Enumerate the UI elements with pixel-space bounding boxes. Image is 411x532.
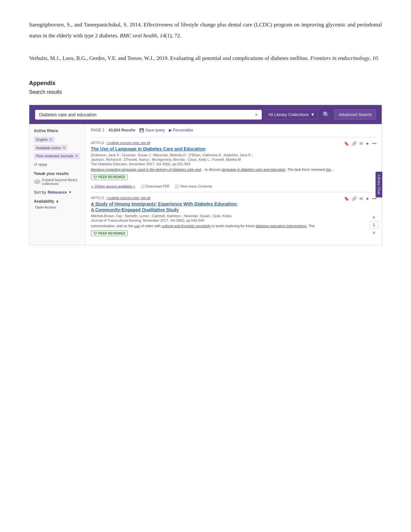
result-item-2: ARTICLE / multiple sources exist, see al… bbox=[91, 192, 377, 241]
peer-reviewed-label: PEER REVIEWED bbox=[98, 175, 125, 179]
result-2-actions: 🔖 🔗 ✉ ★ ••• bbox=[344, 196, 377, 201]
availability-section: Availability ∧ Open Access bbox=[34, 199, 81, 209]
result-1-authors-2: Jackson, Richard A ; D'honelt, Nancy ; M… bbox=[91, 158, 377, 161]
result-1-snippet: literature regarding language used in th… bbox=[91, 167, 377, 172]
citation-2-text: Verhulst, M.J., Loos, B.G., Gerdes, V.E.… bbox=[29, 53, 382, 64]
filter-available-online-remove-icon[interactable]: ✕ bbox=[63, 146, 65, 150]
result-1-links: ✓ Online access available > ⬜ Download P… bbox=[91, 183, 377, 189]
reset-filters-button[interactable]: ↺ reset bbox=[34, 162, 81, 167]
result-item-1: ARTICLE / multiple sources exist, see al… bbox=[91, 137, 377, 192]
filter-peer-reviewed[interactable]: Peer-reviewed Journals ✕ bbox=[34, 153, 80, 159]
reset-icon: ↺ bbox=[34, 162, 37, 167]
result-2-email-icon[interactable]: ✉ bbox=[359, 196, 363, 201]
result-2-meta: ARTICLE / multiple sources exist, see al… bbox=[91, 196, 377, 200]
search-header: × All Library Collections ▼ 🔍 Advanced S… bbox=[29, 105, 382, 124]
result-2-peer-reviewed-badge: 🛡 PEER REVIEWED bbox=[91, 230, 377, 238]
page-up-arrow-icon[interactable]: ∧ bbox=[372, 215, 376, 220]
online-access-link[interactable]: ✓ Online access available > bbox=[91, 184, 135, 188]
expand-toggle-switch[interactable] bbox=[34, 179, 41, 184]
result-2-sources[interactable]: / multiple sources exist, see all bbox=[106, 196, 150, 200]
page-down-arrow-icon[interactable]: ∨ bbox=[372, 230, 376, 235]
collections-dropdown[interactable]: All Library Collections ▼ bbox=[265, 110, 318, 120]
result-1-sources[interactable]: / multiple sources exist, see all bbox=[106, 141, 150, 145]
page-label: PAGE 1 bbox=[91, 128, 104, 132]
download-pdf-button[interactable]: ⬜ Download PDF bbox=[141, 184, 170, 189]
filter-english[interactable]: English ✕ bbox=[34, 137, 54, 143]
sort-by-chevron-icon: ▼ bbox=[68, 190, 72, 194]
result-1-snippet-text: literature regarding language used in th… bbox=[91, 168, 334, 171]
result-2-title[interactable]: A Study of Hmong Immigrants' Experience … bbox=[91, 201, 348, 213]
result-2-star-icon[interactable]: ★ bbox=[366, 196, 369, 201]
appendix-section: Appendix Search results × All Library Co… bbox=[29, 80, 382, 245]
result-1-title[interactable]: The Use of Language in Diabetes Care and… bbox=[91, 146, 348, 152]
email-icon[interactable]: ✉ bbox=[359, 141, 363, 146]
bookmark-icon[interactable]: 🔖 bbox=[344, 141, 349, 146]
view-issue-icon: ⬜ bbox=[174, 184, 179, 189]
results-pane: PAGE 1 43,824 Results 💾 Save query ▶ Per… bbox=[86, 124, 382, 245]
collections-dropdown-arrow-icon: ▼ bbox=[311, 112, 315, 117]
result-1-meta: ARTICLE / multiple sources exist, see al… bbox=[91, 141, 377, 145]
more-icon[interactable]: ••• bbox=[372, 141, 377, 146]
advanced-search-button[interactable]: Advanced Search bbox=[334, 110, 376, 120]
sort-by-label: Sort by bbox=[34, 190, 46, 195]
page-number: 1 bbox=[373, 223, 375, 227]
appendix-title: Appendix bbox=[29, 80, 382, 87]
availability-label-text: Availability bbox=[34, 199, 54, 204]
library-chat-tab[interactable]: Library Chat bbox=[376, 171, 382, 197]
search-input[interactable] bbox=[39, 112, 252, 117]
filter-english-label: English bbox=[36, 138, 48, 141]
tweak-label: Tweak your results bbox=[34, 171, 81, 176]
filter-available-online-label: Available online bbox=[36, 146, 61, 150]
view-issue-link[interactable]: ⬜ View Issue Contents bbox=[174, 184, 212, 189]
result-2-shield-icon: 🛡 bbox=[93, 231, 97, 235]
result-1-authors: Dickinson, Jane K ; Guzman, Susan J ; Ma… bbox=[91, 153, 377, 157]
save-query-button[interactable]: 💾 Save query bbox=[139, 128, 165, 132]
filter-peer-reviewed-remove-icon[interactable]: ✕ bbox=[75, 154, 78, 158]
result-1-type: ARTICLE bbox=[91, 141, 104, 145]
page-content: Saengtipbovorn, S., and Taneepanichskul,… bbox=[0, 0, 411, 258]
save-icon: 💾 bbox=[139, 128, 144, 132]
filter-english-remove-icon[interactable]: ✕ bbox=[49, 138, 52, 142]
search-box-close-icon[interactable]: × bbox=[255, 112, 258, 117]
availability-toggle[interactable]: Availability ∧ bbox=[34, 199, 81, 204]
result-1-journal: The Diabetes Educator, December 2017, Vo… bbox=[91, 162, 377, 166]
expand-beyond-toggle[interactable]: Expand beyond library collections bbox=[34, 178, 81, 186]
search-body: Active filters English ✕ Available onlin… bbox=[29, 124, 382, 245]
results-count: 43,824 Results bbox=[108, 128, 135, 132]
search-results-label: Search results bbox=[29, 89, 382, 95]
search-box[interactable]: × bbox=[35, 110, 262, 120]
results-toolbar: PAGE 1 43,824 Results 💾 Save query ▶ Per… bbox=[91, 128, 377, 132]
sort-by-dropdown[interactable]: Sort by Relevance ▼ bbox=[34, 190, 81, 195]
reset-label: reset bbox=[38, 162, 47, 167]
filter-peer-reviewed-label: Peer-reviewed Journals bbox=[36, 154, 73, 158]
shield-icon: 🛡 bbox=[93, 175, 97, 179]
availability-chevron-icon: ∧ bbox=[56, 199, 59, 204]
search-magnifier-icon: 🔍 bbox=[323, 111, 330, 118]
save-query-label: Save query bbox=[145, 128, 165, 132]
result-2-link-icon[interactable]: 🔗 bbox=[352, 196, 357, 201]
search-button[interactable]: 🔍 bbox=[321, 110, 331, 120]
pdf-icon: ⬜ bbox=[141, 184, 145, 189]
search-interface: × All Library Collections ▼ 🔍 Advanced S… bbox=[29, 105, 382, 245]
personalize-button[interactable]: ▶ Personalize bbox=[169, 128, 193, 132]
citation-1: Saengtipbovorn, S., and Taneepanichskul,… bbox=[29, 19, 382, 41]
result-2-journal: Journal of Transcultural Nursing, Novemb… bbox=[91, 218, 377, 222]
citation-2: Verhulst, M.J., Loos, B.G., Gerdes, V.E.… bbox=[29, 53, 382, 64]
personalize-arrow-icon: ▶ bbox=[169, 128, 172, 132]
star-icon[interactable]: ★ bbox=[366, 141, 369, 146]
result-2-peer-reviewed-label: PEER REVIEWED bbox=[98, 232, 125, 235]
citation-1-text: Saengtipbovorn, S., and Taneepanichskul,… bbox=[29, 19, 382, 41]
result-2-snippet: communication, and so the use of video w… bbox=[91, 224, 377, 228]
page-indicator: ∧ 1 ∨ bbox=[369, 215, 378, 235]
personalize-label: Personalize bbox=[173, 128, 193, 132]
result-2-bookmark-icon[interactable]: 🔖 bbox=[344, 196, 349, 201]
result-1-actions: 🔖 🔗 ✉ ★ ••• bbox=[344, 141, 377, 146]
page-number-box: 1 bbox=[369, 221, 378, 229]
result-1-peer-reviewed-badge: 🛡 PEER REVIEWED bbox=[91, 174, 377, 182]
filter-available-online[interactable]: Available online ✕ bbox=[34, 145, 68, 151]
link-icon[interactable]: 🔗 bbox=[352, 141, 357, 146]
collections-label: All Library Collections bbox=[269, 112, 309, 117]
sidebar: Active filters English ✕ Available onlin… bbox=[29, 124, 86, 245]
sort-by-value: Relevance bbox=[48, 190, 67, 195]
open-access-label: Open Access bbox=[34, 205, 81, 209]
